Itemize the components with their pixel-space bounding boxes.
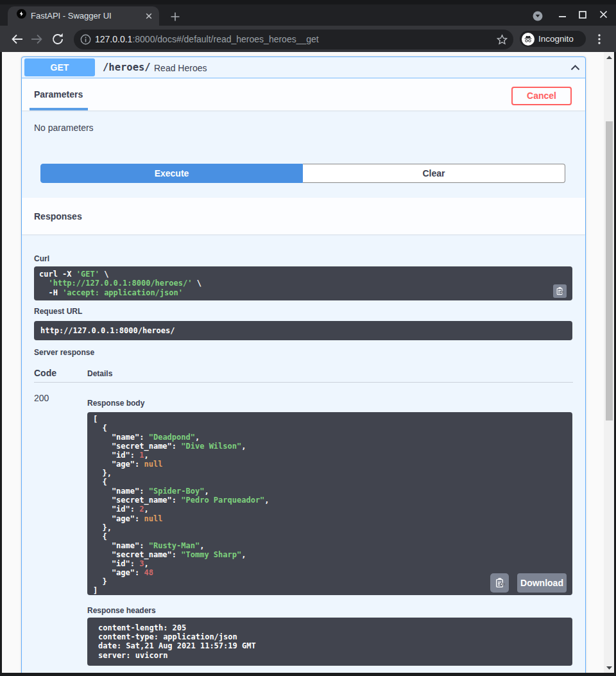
tab-close-icon[interactable] [144, 11, 154, 21]
scrollbar-down-arrow[interactable] [604, 663, 614, 673]
code-column-header: Code [34, 368, 56, 378]
back-button[interactable] [9, 31, 26, 48]
scrollbar-up-arrow[interactable] [604, 52, 614, 62]
forward-button[interactable] [28, 31, 45, 48]
execute-button[interactable]: Execute [40, 164, 303, 183]
parameters-header: Parameters Cancel [22, 79, 585, 110]
parameters-title: Parameters [34, 89, 83, 100]
curl-command: curl -X 'GET' \ 'http://127.0.0.1:8000/h… [34, 266, 572, 300]
request-url-label: Request URL [34, 307, 82, 316]
window-minimize-button[interactable] [558, 0, 567, 26]
collapse-chevron-icon[interactable] [570, 63, 580, 73]
method-badge: GET [24, 58, 95, 76]
operation-path: /heroes/ [103, 57, 151, 78]
browser-window: FastAPI - Swagger UI [0, 0, 616, 676]
responses-table-divider [34, 382, 573, 383]
url-host: 127.0.0.1 [95, 34, 132, 44]
response-headers: content-length: 205content-type: applica… [87, 618, 572, 666]
site-info-icon[interactable] [80, 34, 91, 45]
server-response-label: Server response [34, 348, 94, 357]
tab-title: FastAPI - Swagger UI [31, 6, 112, 26]
response-body: [ { "name": "Deadpond", "secret_name": "… [87, 412, 572, 595]
tab-search-button[interactable] [533, 0, 543, 26]
details-column-header: Details [87, 369, 112, 378]
parameters-tab-underline [30, 108, 88, 110]
execute-row: Execute Clear [40, 164, 565, 183]
url-path: :8000/docs#/default/read_heroes_heroes__… [132, 34, 318, 44]
curl-copy-button[interactable] [553, 284, 567, 298]
bookmark-star-icon[interactable] [496, 33, 508, 46]
request-url-text: http://127.0.0.1:8000/heroes/ [40, 326, 175, 335]
browser-tab[interactable]: FastAPI - Swagger UI [8, 6, 159, 26]
response-body-label: Response body [87, 399, 144, 408]
swagger-page: GET /heroes/ Read Heroes Parameters Canc… [2, 52, 604, 673]
scrollbar-thumb[interactable] [606, 121, 613, 420]
cancel-button[interactable]: Cancel [511, 87, 572, 105]
request-url-value: http://127.0.0.1:8000/heroes/ [34, 321, 572, 340]
operation-summary[interactable]: GET /heroes/ Read Heroes [22, 57, 585, 78]
url-text: 127.0.0.1:8000/docs#/default/read_heroes… [95, 30, 319, 49]
page-scrollbar[interactable] [604, 52, 614, 673]
browser-toolbar: 127.0.0.1:8000/docs#/default/read_heroes… [0, 26, 616, 52]
clear-button[interactable]: Clear [303, 164, 565, 183]
status-code: 200 [34, 393, 49, 403]
incognito-label: Incognito [538, 31, 574, 47]
url-bar[interactable]: 127.0.0.1:8000/docs#/default/read_heroes… [74, 30, 513, 49]
window-top-edge [0, 0, 616, 4]
incognito-badge: Incognito [520, 31, 586, 47]
browser-titlebar: FastAPI - Swagger UI [0, 0, 616, 26]
curl-label: Curl [34, 254, 49, 263]
new-tab-button[interactable] [169, 10, 182, 23]
incognito-icon [522, 33, 535, 46]
browser-menu-button[interactable] [594, 31, 604, 48]
responses-title: Responses [34, 211, 82, 221]
fastapi-favicon-icon [17, 9, 26, 19]
responses-header: Responses [22, 198, 585, 234]
no-parameters-text: No parameters [34, 123, 94, 133]
operation-description: Read Heroes [154, 57, 207, 78]
response-headers-label: Response headers [87, 606, 156, 615]
reload-button[interactable] [49, 31, 66, 48]
opblock-get-heroes: GET /heroes/ Read Heroes Parameters Canc… [21, 56, 586, 673]
response-copy-button[interactable] [490, 573, 509, 593]
window-close-button[interactable] [599, 0, 608, 26]
window-border-bottom [0, 673, 616, 676]
download-button[interactable]: Download [517, 573, 567, 593]
window-maximize-button[interactable] [579, 0, 586, 26]
